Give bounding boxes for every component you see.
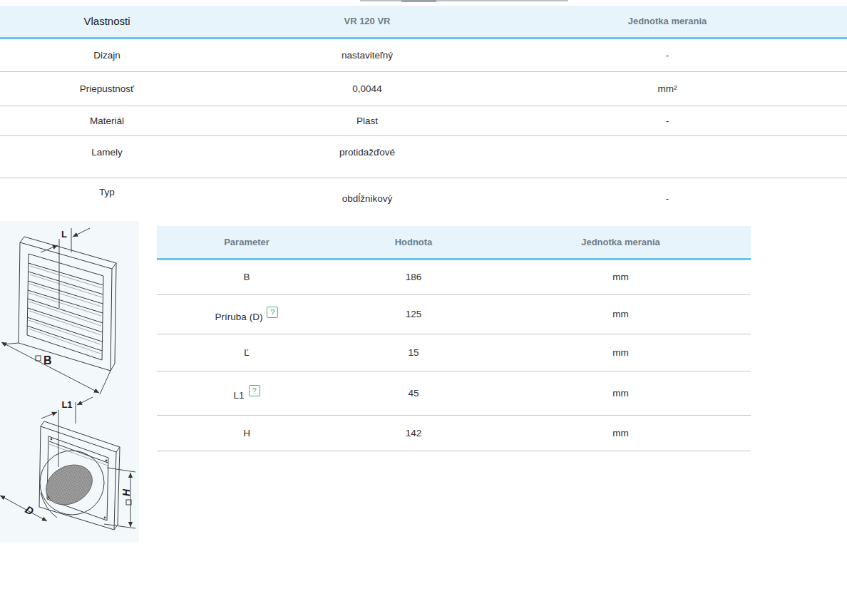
properties-header-title: Vlastnosti	[0, 6, 214, 38]
property-label: Lamely	[0, 135, 214, 178]
parameter-label: Príruba (D)	[215, 312, 263, 322]
property-value: protidažďové	[214, 135, 520, 178]
dimensions-header-parameter: Parameter	[157, 226, 337, 259]
help-icon[interactable]: ?	[267, 307, 278, 318]
parameter-value: 15	[337, 334, 491, 371]
table-row: Typ obdĺžnikový -	[0, 178, 847, 219]
table-row: Lamely protidažďové	[0, 135, 847, 178]
properties-table: Vlastnosti VR 120 VR Jednotka merania Di…	[0, 6, 847, 219]
parameter-unit: mm	[491, 294, 751, 334]
table-row: Dizajn nastaviteľný -	[0, 38, 847, 71]
table-row: L1? 45 mm	[157, 371, 751, 415]
property-value: Plast	[214, 106, 520, 135]
properties-header-row: Vlastnosti VR 120 VR Jednotka merania	[0, 6, 847, 38]
table-row: B 186 mm	[157, 259, 751, 294]
properties-header-unit: Jednotka merania	[520, 6, 814, 38]
property-label: Priepustnosť	[0, 71, 214, 106]
property-value: 0,0044	[214, 71, 520, 106]
parameter-label: L1	[233, 390, 244, 401]
top-edge-artifact-dark	[401, 0, 436, 2]
property-unit: -	[520, 38, 814, 71]
parameter-value: 125	[337, 294, 491, 334]
table-row: Príruba (D)? 125 mm	[157, 294, 751, 334]
table-row: H 142 mm	[157, 415, 751, 451]
top-edge-artifact-line	[360, 0, 568, 1]
dim-label-d: D	[24, 503, 36, 518]
dim-label-h: H	[120, 488, 132, 496]
properties-header-spacer	[814, 6, 847, 38]
property-value: nastaviteľný	[214, 38, 520, 71]
parameter-value: 186	[337, 259, 491, 294]
product-spec-page: Vlastnosti VR 120 VR Jednotka merania Di…	[0, 0, 847, 616]
dimensions-header-row: Parameter Hodnota Jednotka merania	[157, 226, 751, 259]
parameter-label: B	[243, 272, 250, 282]
dimensions-header-value: Hodnota	[337, 226, 491, 259]
technical-drawing-panel: L B	[0, 221, 139, 542]
property-label: Dizajn	[0, 38, 214, 71]
property-unit: -	[520, 178, 814, 219]
parameter-value: 45	[337, 371, 491, 415]
dimensions-table: Parameter Hodnota Jednotka merania B 186…	[157, 226, 751, 451]
parameter-value: 142	[337, 415, 491, 451]
property-label: Materiál	[0, 106, 214, 135]
table-row: Materiál Plast -	[0, 106, 847, 135]
property-value: obdĺžnikový	[214, 178, 520, 219]
dimensions-header-unit: Jednotka merania	[491, 226, 751, 259]
table-row: Ľ 15 mm	[157, 334, 751, 371]
grille-front-view: L B	[1, 228, 116, 394]
table-row: Priepustnosť 0,0044 mm²	[0, 71, 847, 106]
parameter-unit: mm	[491, 371, 751, 415]
property-unit	[520, 135, 814, 178]
property-label: Typ	[0, 178, 214, 219]
dim-label-l: L	[61, 229, 67, 240]
dim-label-b: B	[43, 354, 52, 366]
grille-back-view: L1 D H	[0, 397, 135, 530]
property-unit: mm²	[520, 71, 814, 106]
parameter-unit: mm	[491, 259, 751, 294]
parameter-label: Ľ	[244, 347, 250, 358]
property-unit: -	[520, 106, 814, 135]
properties-header-product: VR 120 VR	[214, 6, 520, 38]
parameter-unit: mm	[491, 334, 751, 371]
technical-drawing: L B	[0, 221, 139, 542]
parameter-unit: mm	[491, 415, 751, 451]
parameter-label: H	[243, 428, 250, 438]
help-icon[interactable]: ?	[249, 385, 260, 396]
dim-label-l1: L1	[61, 399, 72, 410]
